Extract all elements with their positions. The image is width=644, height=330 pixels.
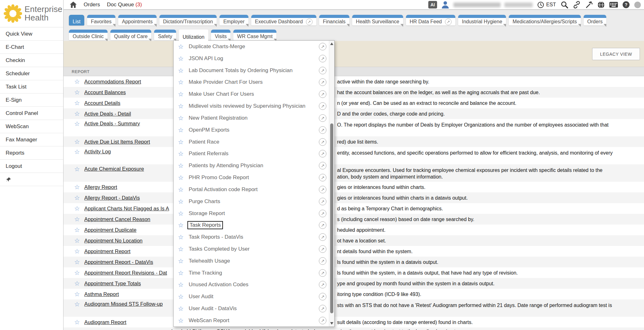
report-link[interactable]: Accommodations Report [84, 79, 141, 85]
menu-item-label[interactable]: Task Reports [187, 221, 223, 229]
favorite-star-icon[interactable]: ☆ [74, 227, 81, 233]
doc-queue-nav-link[interactable]: Doc Queue (3) [107, 2, 142, 8]
menu-item[interactable]: ☆ Telehealth Usage ↗ [174, 255, 329, 267]
report-link[interactable]: Active Deals - Detail [84, 111, 131, 117]
tab[interactable]: WR Case Mgmt [233, 30, 276, 40]
open-in-new-icon[interactable]: ↗ [319, 78, 326, 86]
sidebar-item[interactable]: E-Sign [0, 94, 63, 107]
favorite-star-icon[interactable]: ☆ [178, 198, 186, 205]
menu-item[interactable]: ☆ Make Provider Chart For Users ↗ [174, 76, 329, 88]
sidebar-item[interactable]: Quick View [0, 27, 63, 41]
favorite-star-icon[interactable]: ☆ [74, 195, 81, 201]
menu-item[interactable]: ☆ Patient Race ↗ [174, 136, 329, 148]
tab[interactable]: Industrial Hygiene [458, 15, 506, 26]
report-link[interactable]: Allergy Report - DataVis [84, 195, 140, 201]
favorite-star-icon[interactable]: ☆ [178, 246, 186, 252]
menu-item-label[interactable]: Unused Activation Codes [189, 282, 248, 288]
tab[interactable]: Orders [584, 15, 607, 26]
favorite-star-icon[interactable]: ☆ [178, 186, 186, 193]
tab[interactable]: Executive Dashboard ↗ [251, 15, 316, 26]
menu-item[interactable]: ☆ User Audit ↗ [174, 291, 329, 303]
favorite-star-icon[interactable]: ☆ [178, 103, 186, 109]
tab[interactable]: Health Surveillance [352, 15, 403, 26]
menu-item[interactable]: ☆ Task Reports - DataVis ↗ [174, 231, 329, 243]
menu-item-label[interactable]: Storage Report [189, 210, 225, 217]
report-link[interactable]: Applicant Charts Not Flagged as Is A [84, 206, 169, 212]
menu-item[interactable]: ☆ OpenPM Exports ↗ [174, 124, 329, 136]
menu-item[interactable]: ☆ WebScan Report ↗ [174, 315, 329, 327]
sidebar-item[interactable]: E-Chart [0, 41, 63, 54]
menu-item[interactable]: ☆ Lab Document Totals by Ordering Physic… [174, 65, 329, 77]
report-link[interactable]: Asthma Report [84, 291, 119, 297]
favorite-star-icon[interactable]: ☆ [178, 127, 186, 133]
open-in-new-icon[interactable]: ↗ [319, 138, 326, 146]
tab[interactable]: Financials [319, 15, 349, 26]
menu-item[interactable]: ☆ Portal Activation code Report ↗ [174, 184, 329, 196]
sidebar-item[interactable]: Task List [0, 80, 63, 94]
open-in-new-icon[interactable]: ↗ [319, 221, 326, 229]
tab[interactable]: Outside Clinic [69, 30, 108, 40]
open-in-new-icon[interactable]: ↗ [319, 198, 326, 205]
report-link[interactable]: Active Deals - Summary [84, 121, 140, 127]
report-link[interactable]: Appointment Cancel Reason [84, 216, 150, 222]
report-link[interactable]: Appointment Duplicate [84, 227, 136, 233]
menu-item[interactable]: ☆ Patient Referrals ↗ [174, 148, 329, 160]
open-in-new-icon[interactable]: ↗ [319, 126, 326, 134]
open-in-new-icon[interactable]: ↗ [319, 305, 326, 312]
favorite-star-icon[interactable]: ☆ [178, 151, 186, 157]
menu-item-label[interactable]: Tasks Completed by User [189, 246, 250, 252]
menu-item-label[interactable]: User Audit - DataVis [189, 305, 237, 312]
menu-item[interactable]: ☆ Time Tracking ↗ [174, 267, 329, 279]
favorite-star-icon[interactable]: ☆ [178, 317, 186, 324]
report-link[interactable]: Appointment Report Revisions - Dat [84, 270, 167, 276]
open-in-new-icon[interactable]: ↗ [319, 233, 326, 241]
open-in-new-icon[interactable]: ↗ [319, 186, 326, 193]
menu-item[interactable]: ☆ Make User Chart For Users ↗ [174, 88, 329, 100]
sidebar-item[interactable]: Logout [0, 160, 63, 173]
open-in-new-icon[interactable]: ↗ [319, 293, 326, 300]
sidebar-item[interactable]: Scheduler [0, 67, 63, 80]
open-in-new-icon[interactable]: ↗ [319, 281, 326, 288]
open-in-new-icon[interactable]: ↗ [319, 162, 326, 169]
keyboard-icon[interactable] [609, 2, 618, 8]
open-in-new-icon[interactable]: ↗ [319, 43, 326, 50]
scroll-up-icon[interactable] [330, 43, 333, 45]
report-link[interactable]: Account Balances [84, 89, 126, 95]
open-in-new-icon[interactable]: ↗ [319, 269, 326, 277]
menu-item[interactable]: ☆ Task Reports ↗ [174, 219, 329, 231]
favorite-star-icon[interactable]: ☆ [74, 111, 81, 117]
menu-item-label[interactable]: New Patient Registration [189, 115, 247, 121]
clock-icon[interactable] [537, 2, 544, 8]
favorite-star-icon[interactable]: ☆ [74, 237, 81, 244]
favorite-star-icon[interactable]: ☆ [178, 234, 186, 240]
favorite-star-icon[interactable]: ☆ [178, 258, 186, 264]
tab[interactable]: Quality of Care [110, 30, 152, 40]
favorite-star-icon[interactable]: ☆ [178, 43, 186, 50]
open-in-new-icon[interactable]: ↗ [319, 210, 326, 217]
favorite-star-icon[interactable]: ☆ [74, 78, 81, 85]
sidebar-item[interactable]: WebScan [0, 120, 63, 133]
username-redacted[interactable] [453, 3, 533, 7]
menu-item[interactable]: ☆ Purge Charts ↗ [174, 196, 329, 208]
menu-item[interactable]: ☆ Storage Report ↗ [174, 208, 329, 219]
report-link[interactable]: Account Details [84, 100, 120, 106]
home-icon[interactable] [70, 2, 77, 8]
tab[interactable]: Visits [211, 30, 230, 40]
tab[interactable]: Employer [219, 15, 248, 26]
user-person-icon[interactable] [442, 1, 449, 9]
favorite-star-icon[interactable]: ☆ [178, 79, 186, 85]
tab[interactable]: Favorites [87, 15, 115, 26]
menu-item-label[interactable]: Lab Document Totals by Ordering Physicia… [189, 67, 292, 74]
menu-item-label[interactable]: WebScan Report [189, 317, 229, 324]
open-in-new-icon[interactable]: ↗ [319, 245, 326, 253]
menu-item-label[interactable]: Patient Race [189, 139, 219, 145]
tab[interactable]: HR Data Feed ↗ [406, 15, 455, 26]
ai-badge[interactable]: AI [428, 1, 437, 9]
menu-item[interactable]: ☆ Patients by Attending Physician ↗ [174, 160, 329, 172]
menu-item-label[interactable]: JSON API Log [189, 55, 223, 62]
menu-item-label[interactable]: Patients by Attending Physician [189, 162, 263, 169]
favorite-star-icon[interactable]: ☆ [74, 216, 81, 222]
menu-item-label[interactable]: Purge Charts [189, 198, 220, 205]
report-link[interactable]: Appointment Report [84, 248, 130, 254]
favorite-star-icon[interactable]: ☆ [178, 67, 186, 74]
